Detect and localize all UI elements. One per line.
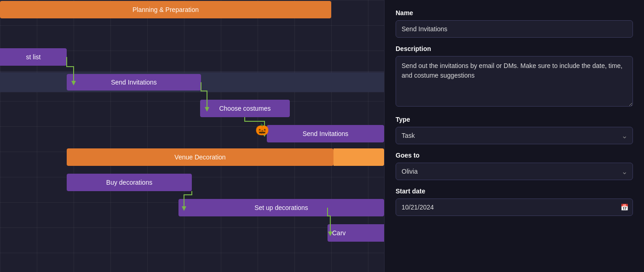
type-select-wrapper: Task Milestone Group [396,127,633,144]
name-label: Name [396,9,633,17]
type-label: Type [396,116,633,123]
bar-label: Send Invitations [303,130,349,137]
goes-to-label: Goes to [396,152,633,159]
start-date-input[interactable] [396,198,633,216]
bar-set-up-decorations[interactable]: Set up decorations [178,199,384,216]
bar-choose-costumes[interactable]: Choose costumes [200,100,290,117]
description-input[interactable]: Send out the invitations by email or DMs… [396,56,633,107]
start-date-label: Start date [396,187,633,195]
bar-label: Send Invitations [111,79,157,86]
bar-guest-list[interactable]: st list [0,48,67,66]
bar-label: Planning & Preparation [132,6,199,13]
pumpkin-icon: 🎃 [255,123,269,136]
bar-venue-decoration[interactable]: Venue Decoration [67,148,334,166]
bar-label: Choose costumes [219,105,270,112]
bar-label: st list [26,53,41,61]
gantt-panel: Planning & Preparation st list Send Invi… [0,0,384,272]
bar-planning-prep[interactable]: Planning & Preparation [0,1,331,18]
bar-label: Buy decorations [106,179,152,186]
bar-carve[interactable]: Carv [328,224,384,242]
bar-label: Set up decorations [254,204,308,211]
description-label: Description [396,45,633,52]
bar-buy-decorations[interactable]: Buy decorations [67,174,192,191]
goes-to-select-wrapper: Olivia Alex Jordan Sam [396,163,633,180]
bar-venue-decoration-light [334,148,384,166]
bar-label: Carv [332,229,346,237]
detail-panel: Name Description Send out the invitation… [384,0,644,272]
goes-to-select[interactable]: Olivia Alex Jordan Sam [396,163,633,180]
type-select[interactable]: Task Milestone Group [396,127,633,144]
gantt-content: Planning & Preparation st list Send Invi… [0,0,384,272]
bar-label: Venue Decoration [174,153,225,161]
bar-send-invitations[interactable]: Send Invitations [67,74,201,91]
bar-send-invitations-2[interactable]: Send Invitations [267,125,384,142]
name-input[interactable] [396,20,633,38]
start-date-wrapper [396,198,633,216]
